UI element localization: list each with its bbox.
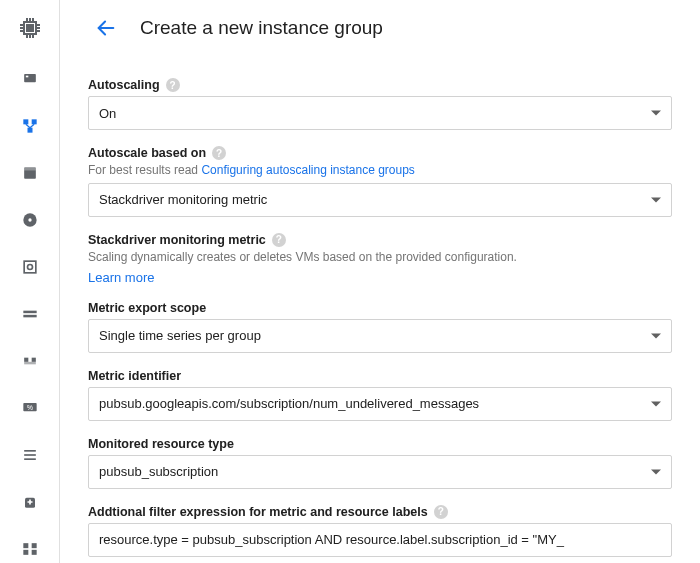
form: Autoscaling ? On Autoscale based on ? Fo… [88,56,672,557]
select-autoscale-based-on[interactable]: Stackdriver monitoring metric [88,183,672,217]
svg-rect-40 [31,549,36,554]
disks-icon[interactable] [10,205,50,234]
svg-rect-30 [31,357,35,361]
health-checks-icon[interactable] [10,487,50,516]
label-metric-identifier-text: Metric identifier [88,369,181,383]
images-icon[interactable] [10,299,50,328]
field-metric-export-scope: Metric export scope Single time series p… [88,301,672,353]
instance-templates-icon[interactable] [10,158,50,187]
label-stackdriver-metric: Stackdriver monitoring metric ? [88,233,672,247]
svg-rect-1 [27,25,33,31]
header: Create a new instance group [88,0,672,56]
svg-line-20 [30,124,34,127]
field-stackdriver-metric: Stackdriver monitoring metric ? Scaling … [88,233,672,285]
snapshots-icon[interactable] [10,252,50,281]
field-monitored-resource-type: Monitored resource type pubsub_subscript… [88,437,672,489]
field-metric-identifier: Metric identifier pubsub.googleapis.com/… [88,369,672,421]
link-configuring-autoscaling[interactable]: Configuring autoscaling instance groups [201,163,414,177]
svg-rect-29 [24,357,28,361]
svg-rect-28 [23,314,36,317]
select-autoscaling[interactable]: On [88,96,672,130]
instance-groups-icon[interactable] [10,111,50,140]
field-autoscaling: Autoscaling ? On [88,78,672,130]
svg-rect-18 [27,127,32,132]
select-metric-identifier-value: pubsub.googleapis.com/subscription/num_u… [99,396,479,411]
select-metric-export-scope-value: Single time series per group [99,328,261,343]
label-metric-export-scope: Metric export scope [88,301,672,315]
help-icon[interactable]: ? [166,78,180,92]
label-autoscale-based-on: Autoscale based on ? [88,146,672,160]
input-additional-filter[interactable]: resource.type = pubsub_subscription AND … [88,523,672,557]
label-autoscale-based-on-text: Autoscale based on [88,146,206,160]
select-metric-identifier[interactable]: pubsub.googleapis.com/subscription/num_u… [88,387,672,421]
svg-point-26 [27,264,32,269]
help-icon[interactable]: ? [272,233,286,247]
svg-rect-27 [23,310,36,313]
svg-rect-15 [25,75,27,77]
svg-rect-22 [24,167,36,170]
helper-stackdriver-metric: Scaling dynamically creates or deletes V… [88,249,672,266]
svg-rect-16 [23,119,28,124]
label-metric-export-scope-text: Metric export scope [88,301,206,315]
label-metric-identifier: Metric identifier [88,369,672,383]
select-autoscale-based-on-value: Stackdriver monitoring metric [99,192,267,207]
help-icon[interactable]: ? [212,146,226,160]
svg-rect-39 [23,549,28,554]
page-title: Create a new instance group [140,17,383,39]
helper-autoscale-based-on: For best results read Configuring autosc… [88,162,672,179]
label-autoscaling: Autoscaling ? [88,78,672,92]
product-compute-icon[interactable] [10,10,50,46]
svg-rect-38 [31,543,36,548]
select-monitored-resource-type-value: pubsub_subscription [99,464,218,479]
label-stackdriver-metric-text: Stackdriver monitoring metric [88,233,266,247]
main-panel: Create a new instance group Autoscaling … [60,0,700,563]
label-monitored-resource-type: Monitored resource type [88,437,672,451]
zones-icon[interactable] [10,534,50,563]
select-autoscaling-value: On [99,106,116,121]
back-button[interactable] [88,10,124,46]
svg-point-24 [28,218,31,221]
svg-rect-33 [24,450,36,452]
svg-rect-25 [24,261,36,273]
tpus-icon[interactable] [10,346,50,375]
vm-instances-icon[interactable] [10,64,50,93]
input-additional-filter-value: resource.type = pubsub_subscription AND … [99,532,564,547]
sidebar: % [0,0,60,563]
select-monitored-resource-type[interactable]: pubsub_subscription [88,455,672,489]
field-autoscale-based-on: Autoscale based on ? For best results re… [88,146,672,217]
svg-rect-37 [23,543,28,548]
svg-text:%: % [27,403,33,410]
svg-rect-14 [24,74,36,82]
svg-rect-34 [24,454,36,456]
label-autoscaling-text: Autoscaling [88,78,160,92]
select-metric-export-scope[interactable]: Single time series per group [88,319,672,353]
committed-use-icon[interactable]: % [10,393,50,422]
field-additional-filter: Addtional filter expression for metric a… [88,505,672,557]
metadata-icon[interactable] [10,440,50,469]
label-additional-filter-text: Addtional filter expression for metric a… [88,505,428,519]
help-icon[interactable]: ? [434,505,448,519]
svg-rect-17 [31,119,36,124]
svg-line-19 [25,124,29,127]
link-learn-more[interactable]: Learn more [88,270,672,285]
label-monitored-resource-type-text: Monitored resource type [88,437,234,451]
helper-autoscale-prefix: For best results read [88,163,201,177]
svg-rect-35 [24,458,36,460]
label-additional-filter: Addtional filter expression for metric a… [88,505,672,519]
